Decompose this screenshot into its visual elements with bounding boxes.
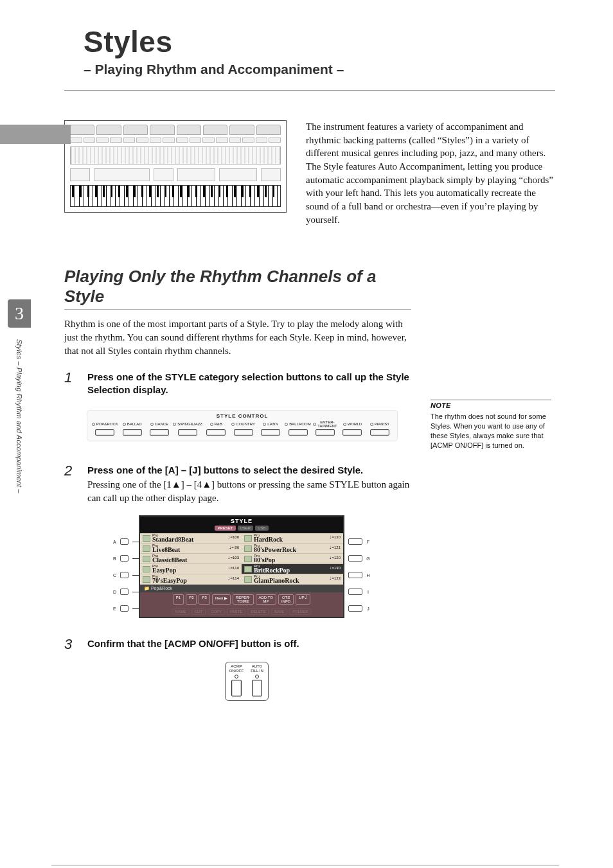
style-list-item[interactable]: ProBritRockPop♩=130: [242, 564, 343, 574]
screen-soft-button[interactable]: COPY: [208, 608, 225, 615]
style-list-item[interactable]: ProEasyPop♩=110: [140, 564, 242, 574]
screen-soft-button[interactable]: P2: [186, 594, 197, 605]
screen-soft-button[interactable]: P3: [199, 594, 209, 605]
connector-line: [132, 575, 139, 576]
style-category-label: POP&ROCK: [96, 422, 118, 426]
style-name: ProBritRockPop: [254, 564, 290, 574]
screen-soft-button[interactable]: REPER- TOIRE: [233, 594, 254, 605]
screen-soft-button[interactable]: P1: [173, 594, 184, 605]
style-category-button[interactable]: [289, 429, 308, 436]
section-heading: Playing Only the Rhythm Channels of a St…: [64, 267, 411, 310]
screen-soft-button[interactable]: SAVE: [271, 608, 288, 615]
style-category-10: PIANIST: [366, 420, 393, 436]
step-2-description: Pressing one of the [1▲] – [4▲] buttons …: [87, 478, 411, 505]
style-control-title: STYLE CONTROL: [91, 413, 393, 419]
style-list-item[interactable]: ProStandard8Beat♩=100: [140, 533, 242, 544]
style-category-5: COUNTRY: [229, 420, 256, 436]
style-category-2: DANCE: [146, 420, 173, 436]
screen-soft-button[interactable]: PASTE: [227, 608, 245, 615]
style-selection-display-figure: ABCDE STYLE PRESET USER USB ProStandard8…: [113, 515, 370, 618]
style-list-item[interactable]: ProLive8Beat♩= 86: [140, 544, 242, 554]
style-category-label: PIANIST: [375, 422, 389, 426]
screen-soft-button[interactable]: NAME: [172, 608, 189, 615]
panel-button-D[interactable]: [120, 589, 129, 595]
panel-button-I[interactable]: [348, 589, 362, 595]
decorative-gray-bar: [0, 125, 71, 144]
acmp-onoff-label: ACMP ON/OFF: [229, 664, 244, 673]
style-category-button[interactable]: [123, 429, 142, 436]
screen-soft-button[interactable]: FOLDER: [289, 608, 311, 615]
style-category-button[interactable]: [150, 429, 169, 436]
panel-button-row-D: D: [113, 585, 139, 599]
panel-button-A[interactable]: [120, 538, 129, 545]
style-category-led: [173, 423, 176, 426]
style-category-button[interactable]: [342, 429, 362, 436]
note-label: NOTE: [431, 402, 551, 409]
step-1-title: Press one of the STYLE category selectio…: [87, 371, 411, 397]
style-category-label: DANCE: [155, 422, 168, 426]
screen-soft-button[interactable]: CUT: [191, 608, 206, 615]
style-name: ProStandard8Beat: [152, 533, 193, 543]
instrument-panel-figure: [64, 120, 287, 213]
panel-button-letter: D: [113, 590, 116, 594]
panel-button-H[interactable]: [348, 572, 362, 578]
style-category-button[interactable]: [178, 429, 197, 436]
style-tempo: ♩=120: [330, 555, 341, 560]
style-name: Pro80'sPowerRock: [254, 544, 296, 553]
style-category-button[interactable]: [261, 429, 280, 436]
style-tab-preset[interactable]: PRESET: [215, 526, 235, 531]
style-category-label: WORLD: [348, 422, 362, 426]
acmp-panel-figure: ACMP ON/OFF AUTO FILL IN: [225, 662, 269, 701]
style-icon: [244, 545, 252, 552]
style-name: ProClassic8Beat: [152, 554, 187, 563]
style-list-item[interactable]: Pro80'sPop♩=120: [242, 554, 343, 564]
style-list-item[interactable]: ProClassic8Beat♩=103: [140, 554, 242, 564]
screen-soft-button[interactable]: Next ▶: [212, 594, 231, 605]
style-icon: [143, 545, 150, 552]
style-list-item[interactable]: Pro70'sEasyPop♩=114: [140, 574, 242, 585]
panel-button-E[interactable]: [120, 605, 129, 612]
auto-fillin-button[interactable]: [252, 680, 262, 696]
style-category-led: [231, 423, 235, 426]
note-body: The rhythm does not sound for some Style…: [431, 412, 551, 450]
style-list-item[interactable]: Pro80'sPowerRock♩=121: [242, 544, 343, 554]
style-category-button[interactable]: [234, 429, 253, 436]
chapter-subtitle: – Playing Rhythm and Accompaniment –: [84, 62, 555, 77]
style-list-item[interactable]: ProGlamPianoRock♩=123: [242, 574, 343, 585]
style-category-label: BALLROOM: [289, 422, 310, 426]
panel-button-letter: F: [366, 540, 370, 544]
style-folder-label: 📁 Pop&Rock: [140, 585, 343, 592]
panel-button-letter: I: [366, 590, 370, 594]
panel-button-letter: H: [366, 573, 370, 578]
panel-button-J[interactable]: [348, 605, 362, 612]
screen-soft-button[interactable]: OTS INFO: [278, 594, 294, 605]
section-paragraph: Rhythm is one of the most important part…: [64, 317, 411, 358]
intro-paragraph: The instrument features a variety of acc…: [306, 120, 555, 227]
connector-line: [132, 558, 139, 559]
style-control-panel: STYLE CONTROL POP&ROCKBALLADDANCESWING&J…: [87, 411, 397, 441]
panel-button-F[interactable]: [348, 538, 362, 545]
style-category-label: BALLAD: [127, 422, 142, 426]
step-number-2: 2: [64, 464, 77, 505]
acmp-onoff-button[interactable]: [231, 680, 242, 696]
style-tab-usb[interactable]: USB: [255, 526, 268, 531]
style-category-led: [150, 423, 154, 426]
style-category-led: [343, 423, 346, 426]
style-category-8: ENTER- TAINMENT: [312, 420, 339, 436]
panel-button-C[interactable]: [120, 572, 129, 578]
chapter-title-block: Styles – Playing Rhythm and Accompanimen…: [64, 24, 555, 91]
style-category-button[interactable]: [95, 429, 114, 436]
panel-button-G[interactable]: [348, 555, 362, 562]
screen-soft-button[interactable]: UP ⤴: [296, 594, 310, 605]
style-tempo: ♩=120: [330, 535, 341, 539]
style-category-label: ENTER- TAINMENT: [317, 420, 337, 428]
screen-soft-button[interactable]: ADD TO MF: [256, 594, 276, 605]
style-category-led: [210, 423, 213, 426]
style-list-item[interactable]: ProHardRock♩=120: [242, 533, 343, 544]
style-category-button[interactable]: [370, 429, 389, 436]
style-category-button[interactable]: [315, 429, 335, 436]
panel-button-B[interactable]: [120, 555, 129, 562]
style-category-button[interactable]: [206, 429, 226, 436]
style-tab-user[interactable]: USER: [238, 526, 254, 531]
screen-soft-button[interactable]: DELETE: [247, 608, 269, 615]
